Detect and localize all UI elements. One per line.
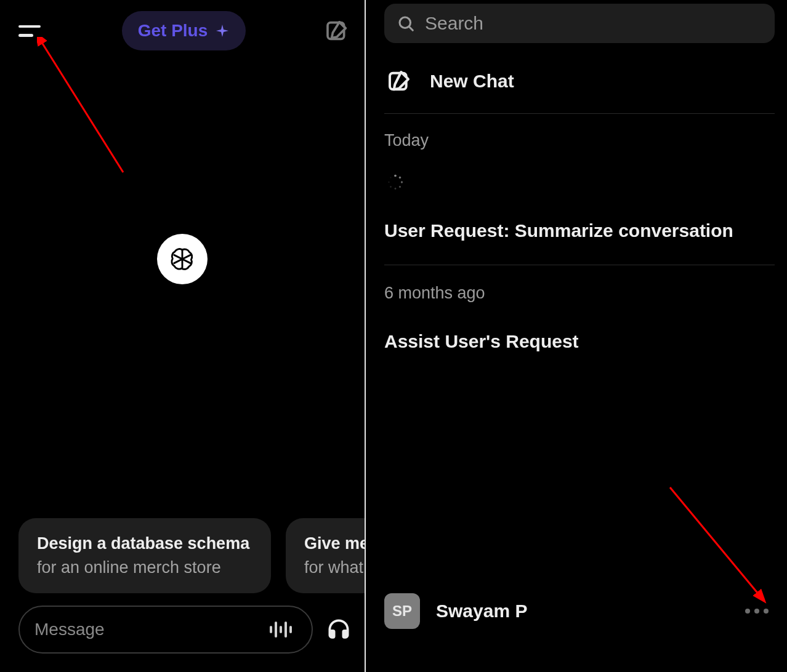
menu-icon[interactable] bbox=[18, 18, 43, 43]
suggestion-title: Design a database schema bbox=[37, 534, 252, 553]
avatar: SP bbox=[384, 593, 420, 629]
section-divider bbox=[384, 265, 775, 265]
compose-icon bbox=[387, 69, 411, 94]
chat-history-title: Assist User's Request bbox=[384, 331, 579, 351]
new-chat-button[interactable]: New Chat bbox=[384, 62, 775, 114]
svg-point-6 bbox=[399, 177, 402, 179]
svg-point-9 bbox=[395, 188, 397, 190]
sparkle-icon bbox=[215, 23, 230, 38]
svg-line-3 bbox=[409, 26, 413, 30]
suggestion-card[interactable]: Design a database schema for an online m… bbox=[18, 518, 271, 593]
svg-point-8 bbox=[399, 186, 401, 188]
suggestion-row: Design a database schema for an online m… bbox=[0, 518, 365, 606]
svg-point-12 bbox=[390, 177, 391, 178]
suggestion-subtitle: for what bbox=[304, 558, 365, 577]
loading-spinner-icon bbox=[387, 174, 404, 191]
suggestion-subtitle: for an online merch store bbox=[37, 558, 252, 577]
search-bar[interactable] bbox=[384, 4, 775, 43]
message-input[interactable] bbox=[34, 620, 256, 639]
suggestion-card[interactable]: Give me for what bbox=[286, 518, 365, 593]
sidebar-panel: New Chat Today User Request: Summarize c… bbox=[366, 0, 787, 672]
chat-history-title: User Request: Summarize conversation bbox=[384, 220, 733, 241]
avatar-initials: SP bbox=[392, 602, 412, 620]
section-label: 6 months ago bbox=[384, 284, 775, 303]
voice-input-icon[interactable] bbox=[265, 617, 297, 642]
chat-history-item[interactable]: Assist User's Request bbox=[384, 320, 775, 363]
profile-row[interactable]: SP Swayam P bbox=[384, 593, 775, 629]
get-plus-label: Get Plus bbox=[138, 21, 208, 41]
more-options-icon[interactable] bbox=[739, 602, 775, 620]
message-composer[interactable] bbox=[18, 606, 313, 654]
search-icon bbox=[397, 14, 415, 33]
svg-point-11 bbox=[388, 182, 389, 183]
suggestion-title: Give me bbox=[304, 534, 365, 553]
home-panel: Get Plus bbox=[0, 0, 365, 672]
empty-state bbox=[0, 49, 365, 518]
openai-logo-icon bbox=[157, 234, 208, 284]
get-plus-button[interactable]: Get Plus bbox=[122, 11, 246, 50]
chat-history-item[interactable]: User Request: Summarize conversation bbox=[384, 209, 775, 252]
compose-icon[interactable] bbox=[325, 18, 349, 43]
profile-name: Swayam P bbox=[436, 601, 723, 622]
composer-row bbox=[0, 606, 365, 672]
headphones-icon[interactable] bbox=[325, 616, 352, 643]
svg-point-7 bbox=[401, 181, 403, 183]
left-header: Get Plus bbox=[0, 0, 365, 49]
svg-point-10 bbox=[390, 186, 392, 188]
section-label: Today bbox=[384, 131, 775, 150]
svg-line-13 bbox=[670, 487, 759, 595]
svg-point-5 bbox=[394, 175, 397, 177]
new-chat-label: New Chat bbox=[430, 71, 514, 92]
search-input[interactable] bbox=[425, 13, 762, 34]
